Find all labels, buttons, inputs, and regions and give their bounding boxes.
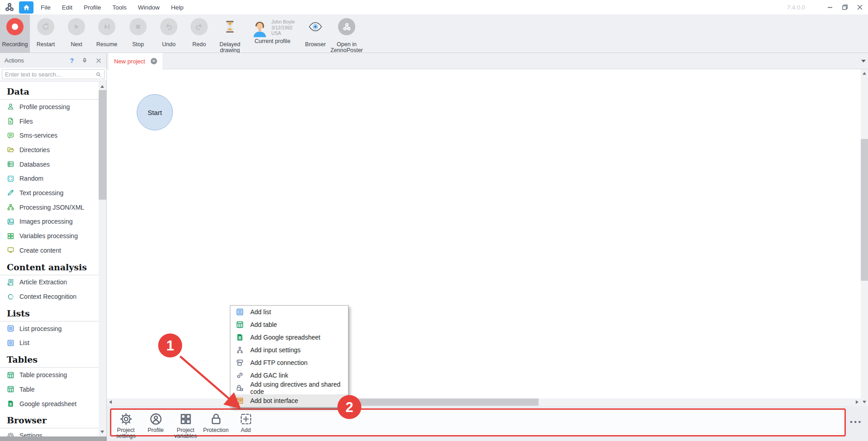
search-input[interactable] [5, 71, 95, 78]
add-context-menu: Add list Add table Add Google spreadshee… [230, 305, 348, 407]
menu-tools[interactable]: Tools [112, 4, 127, 11]
action-item-table-processing[interactable]: Table processing [0, 368, 99, 382]
scroll-left-icon[interactable] [109, 400, 112, 404]
add-button[interactable]: Add [227, 412, 265, 433]
vertical-scrollbar[interactable] [861, 69, 868, 406]
button-label: Stop [132, 42, 144, 48]
menu-item-add-ftp-connection[interactable]: Add FTP connection [230, 356, 348, 369]
action-item-files[interactable]: Files [0, 114, 99, 129]
project-bottom-bar: Project settings Profile Project variabl… [107, 406, 868, 441]
menu-window[interactable]: Window [138, 4, 160, 11]
maximize-icon [841, 4, 849, 11]
action-item-databases[interactable]: Databases [0, 157, 99, 172]
table-icon [236, 321, 244, 329]
action-item-label: Sms-services [19, 132, 57, 139]
panel-scrollbar[interactable] [99, 82, 106, 436]
section-header-data: Data [0, 82, 99, 100]
open-in-zennoposter-button[interactable]: Open in ZennoPoster [330, 14, 363, 53]
menu-item-add-table[interactable]: Add table [230, 318, 348, 331]
eye-icon [307, 18, 324, 35]
stop-button[interactable]: Stop [123, 14, 153, 53]
menu-item-add-input-settings[interactable]: Add input settings [230, 344, 348, 356]
menu-file[interactable]: File [41, 4, 51, 11]
close-icon [856, 4, 863, 11]
browser-button[interactable]: Browser [300, 14, 330, 53]
home-button[interactable] [19, 1, 33, 14]
action-item-list-processing[interactable]: List processing [0, 321, 99, 336]
menu-item-add-using-directives[interactable]: Add using directives and shared code [230, 382, 348, 394]
menu-item-add-bot-interface[interactable]: Add bot interface [230, 394, 348, 407]
scroll-down-icon[interactable] [100, 431, 104, 433]
help-icon[interactable]: ? [70, 57, 74, 64]
more-options-icon[interactable]: ••• [850, 418, 863, 426]
menu-item-add-list[interactable]: Add list [230, 306, 348, 318]
action-item-processing-json-xml[interactable]: Processing JSON/XML [0, 200, 99, 215]
current-profile-button[interactable]: John Boyle 3/12/1992 USA Current profile [244, 14, 300, 53]
add-dashed-icon [239, 412, 253, 426]
scrollbar-thumb[interactable] [349, 398, 539, 406]
action-item-label: List processing [19, 325, 62, 332]
start-node[interactable]: Start [137, 94, 173, 130]
resume-button[interactable]: Resume [91, 14, 122, 53]
action-item-text-processing[interactable]: Text processing [0, 186, 99, 200]
sheet-icon [236, 333, 244, 341]
action-item-article-extraction[interactable]: Article Extraction [0, 275, 99, 290]
grid-icon [7, 232, 14, 240]
action-item-settings[interactable]: Settings [0, 428, 99, 436]
profile-info: John Boyle 3/12/1992 USA [272, 18, 295, 36]
scroll-up-icon[interactable] [863, 72, 866, 75]
restart-button[interactable]: Restart [31, 14, 61, 53]
button-label: Resume [96, 42, 118, 48]
action-item-table[interactable]: Table [0, 382, 99, 397]
tab-new-project[interactable]: New project ✕ [109, 53, 162, 69]
toolbar: Recording Restart Next Resume Stop Undo … [0, 14, 868, 53]
next-button[interactable]: Next [62, 14, 91, 53]
close-panel-icon[interactable] [95, 58, 102, 64]
profile-dob: 3/12/1992 [272, 25, 295, 31]
action-item-label: Directories [19, 146, 50, 153]
action-item-images-processing[interactable]: Images processing [0, 215, 99, 229]
action-item-create-content[interactable]: Create content [0, 243, 99, 258]
maximize-button[interactable] [841, 4, 849, 11]
minimize-button[interactable] [826, 4, 834, 11]
zennoposter-window: File Edit Profile Tools Window Help 7.4.… [0, 0, 868, 441]
pin-icon[interactable] [81, 58, 88, 64]
menu-edit[interactable]: Edit [62, 4, 72, 11]
minimize-icon [826, 4, 834, 11]
recording-button[interactable]: Recording [0, 14, 30, 53]
section-header-content-analysis: Content analysis [0, 258, 99, 275]
menu-profile[interactable]: Profile [84, 4, 101, 11]
actions-panel-header: Actions ? [0, 53, 106, 68]
close-button[interactable] [856, 4, 863, 11]
action-item-profile-processing[interactable]: Profile processing [0, 100, 99, 114]
scroll-up-icon[interactable] [100, 85, 104, 88]
horizontal-scrollbar[interactable] [107, 398, 861, 406]
action-item-directories[interactable]: Directories [0, 143, 99, 157]
scroll-right-icon[interactable] [856, 400, 858, 404]
tab-close-icon[interactable]: ✕ [151, 58, 157, 64]
action-item-label: Databases [19, 161, 50, 168]
action-item-label: Article Extraction [19, 278, 67, 286]
tab-list-caret-icon[interactable] [861, 60, 866, 62]
action-item-sms-services[interactable]: Sms-services [0, 128, 99, 143]
scroll-down-icon[interactable] [863, 401, 866, 403]
scrollbar-thumb[interactable] [861, 139, 868, 281]
avatar [250, 18, 269, 37]
action-item-google-spreadsheet[interactable]: Google spreadsheet [0, 397, 99, 411]
menu-item-add-gac-link[interactable]: Add GAC link [230, 369, 348, 382]
delayed-drawing-button[interactable]: Delayed drawing [215, 14, 245, 53]
list-icon [236, 308, 244, 316]
action-item-variables-processing[interactable]: Variables processing [0, 229, 99, 243]
undo-button[interactable]: Undo [154, 14, 184, 53]
menu-item-label: Add table [250, 321, 277, 328]
next-icon [68, 18, 85, 35]
action-item-context-recognition[interactable]: Context Recognition [0, 289, 99, 304]
action-item-label: Create content [19, 247, 61, 254]
button-label: Delayed drawing [215, 42, 245, 53]
redo-button[interactable]: Redo [184, 14, 214, 53]
menu-help[interactable]: Help [171, 4, 184, 11]
scrollbar-thumb[interactable] [99, 90, 106, 200]
menu-item-add-google-spreadsheet[interactable]: Add Google spreadsheet [230, 331, 348, 344]
action-item-random[interactable]: Random [0, 171, 99, 186]
action-item-list[interactable]: List [0, 336, 99, 350]
